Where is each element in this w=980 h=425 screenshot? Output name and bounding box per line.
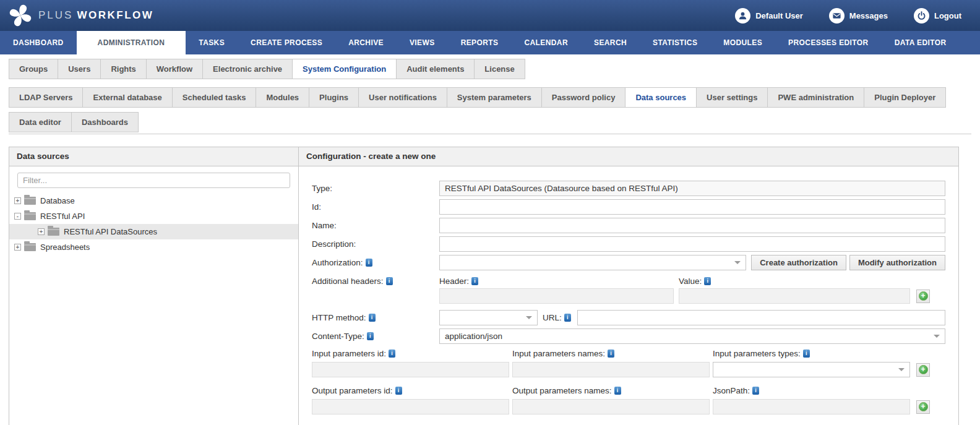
- tab-user-notifications[interactable]: User notifications: [358, 87, 447, 108]
- tab-plugins[interactable]: Plugins: [309, 87, 359, 108]
- type-label: Type:: [312, 184, 439, 193]
- nav-item-tasks[interactable]: TASKS: [186, 31, 238, 54]
- input-parameters-types-select[interactable]: [713, 362, 910, 377]
- tab-electronic-archive[interactable]: Electronic archive: [202, 59, 293, 79]
- nav-item-dashboard[interactable]: DASHBOARD: [0, 31, 77, 54]
- create-authorization-button[interactable]: Create authorization: [751, 255, 846, 270]
- modify-authorization-button[interactable]: Modify authorization: [849, 255, 945, 270]
- tab-dashboards[interactable]: Dashboards: [71, 112, 139, 132]
- nav-item-modules[interactable]: MODULES: [710, 31, 775, 54]
- tab-user-settings[interactable]: User settings: [696, 87, 768, 108]
- authorization-row: Authorization: Create authorization Modi…: [312, 255, 945, 270]
- tab-ldap-servers[interactable]: LDAP Servers: [9, 87, 83, 108]
- info-icon[interactable]: [564, 314, 571, 322]
- tab-system-parameters[interactable]: System parameters: [447, 87, 542, 108]
- tab-rights[interactable]: Rights: [100, 59, 146, 79]
- authorization-select[interactable]: [439, 255, 746, 270]
- chevron-down-icon: [934, 335, 940, 338]
- header-field[interactable]: [439, 288, 674, 304]
- name-row: Name:: [312, 218, 945, 233]
- info-icon[interactable]: [366, 259, 372, 267]
- tab-scheduled-tasks[interactable]: Scheduled tasks: [172, 87, 257, 108]
- tab-data-editor[interactable]: Data editor: [9, 112, 72, 132]
- info-icon[interactable]: [395, 387, 402, 395]
- add-header-button[interactable]: [916, 290, 930, 303]
- nav-item-calendar[interactable]: CALENDAR: [511, 31, 581, 54]
- info-icon[interactable]: [389, 350, 395, 358]
- additional-headers-inputs-row: [312, 288, 945, 304]
- nav-item-views[interactable]: VIEWS: [397, 31, 448, 54]
- nav-item-archive[interactable]: ARCHIVE: [335, 31, 397, 54]
- nav-item-search[interactable]: SEARCH: [581, 31, 640, 54]
- nav-item-data-editor[interactable]: DATA EDITOR: [882, 31, 960, 54]
- description-field[interactable]: [439, 236, 945, 252]
- tab-plugin-deployer[interactable]: Plugin Deployer: [864, 87, 946, 108]
- folder-icon: [24, 243, 36, 251]
- http-method-select[interactable]: [439, 310, 538, 325]
- info-icon[interactable]: [608, 350, 614, 358]
- expand-icon[interactable]: +: [14, 244, 21, 251]
- info-icon[interactable]: [752, 387, 759, 395]
- output-parameters-id-field[interactable]: [312, 399, 509, 414]
- system-config-tabs-row1: LDAP Servers External database Scheduled…: [9, 87, 980, 108]
- info-icon[interactable]: [369, 314, 376, 322]
- tab-data-sources[interactable]: Data sources: [625, 87, 697, 108]
- tabs-zone: Groups Users Rights Workflow Electronic …: [0, 54, 980, 134]
- info-icon[interactable]: [471, 277, 478, 285]
- tree-item-restful-api-datasources[interactable]: + RESTful API DataSources: [9, 224, 298, 239]
- add-input-parameter-button[interactable]: [916, 363, 930, 377]
- additional-headers-label: Additional headers:: [312, 277, 439, 286]
- http-method-label: HTTP method:: [312, 313, 439, 322]
- tree-item-spreadsheets[interactable]: + Spreadsheets: [9, 239, 298, 255]
- info-icon[interactable]: [367, 332, 374, 340]
- current-user-menu[interactable]: Default User: [735, 8, 803, 24]
- tree-item-label: Database: [40, 196, 75, 205]
- jsonpath-field[interactable]: [713, 399, 910, 414]
- tab-users[interactable]: Users: [58, 59, 101, 79]
- tree-item-database[interactable]: + Database: [9, 193, 298, 208]
- nav-item-create-process[interactable]: CREATE PROCESS: [238, 31, 335, 54]
- tab-system-configuration[interactable]: System Configuration: [292, 59, 397, 79]
- logout-button[interactable]: Logout: [914, 8, 961, 24]
- info-icon[interactable]: [614, 387, 621, 395]
- expand-icon[interactable]: +: [38, 228, 45, 235]
- info-icon[interactable]: [386, 277, 393, 285]
- content-type-select[interactable]: application/json: [439, 328, 945, 344]
- input-parameters-id-field[interactable]: [312, 362, 509, 377]
- id-field[interactable]: [439, 199, 945, 215]
- url-field[interactable]: [577, 310, 945, 325]
- tab-audit-elements[interactable]: Audit elements: [396, 59, 475, 79]
- info-icon[interactable]: [704, 277, 711, 285]
- tree-filter-input[interactable]: [17, 173, 290, 188]
- output-parameters-names-field[interactable]: [512, 399, 710, 414]
- nav-item-administration[interactable]: ADMINISTRATION: [77, 31, 186, 54]
- data-sources-panel-title: Data sources: [9, 147, 298, 166]
- main-navigation: DASHBOARD ADMINISTRATION TASKS CREATE PR…: [0, 31, 980, 54]
- authorization-label: Authorization:: [312, 258, 439, 267]
- url-label: URL:: [543, 313, 571, 322]
- name-field[interactable]: [439, 218, 945, 233]
- tab-pwe-administration[interactable]: PWE administration: [767, 87, 864, 108]
- tree-item-restful-api[interactable]: - RESTful API: [9, 208, 298, 224]
- info-icon[interactable]: [803, 350, 810, 358]
- input-parameters-names-field[interactable]: [512, 362, 710, 377]
- nav-item-processes-editor[interactable]: PROCESSES EDITOR: [775, 31, 882, 54]
- messages-button[interactable]: Messages: [829, 8, 888, 24]
- collapse-icon[interactable]: -: [14, 213, 21, 220]
- tab-workflow[interactable]: Workflow: [146, 59, 203, 79]
- type-field[interactable]: [439, 181, 945, 196]
- value-field[interactable]: [679, 288, 910, 304]
- description-row: Description:: [312, 236, 945, 252]
- topbar-actions: Default User Messages Logout: [735, 8, 961, 24]
- tab-modules[interactable]: Modules: [256, 87, 309, 108]
- name-label: Name:: [312, 221, 439, 230]
- tab-license[interactable]: License: [474, 59, 525, 79]
- tab-password-policy[interactable]: Password policy: [541, 87, 626, 108]
- add-output-parameter-button[interactable]: [916, 400, 930, 414]
- nav-item-reports[interactable]: REPORTS: [448, 31, 512, 54]
- expand-icon[interactable]: +: [14, 197, 21, 204]
- filter-wrap: [9, 166, 298, 193]
- tab-external-database[interactable]: External database: [82, 87, 172, 108]
- nav-item-statistics[interactable]: STATISTICS: [640, 31, 710, 54]
- tab-groups[interactable]: Groups: [9, 59, 58, 79]
